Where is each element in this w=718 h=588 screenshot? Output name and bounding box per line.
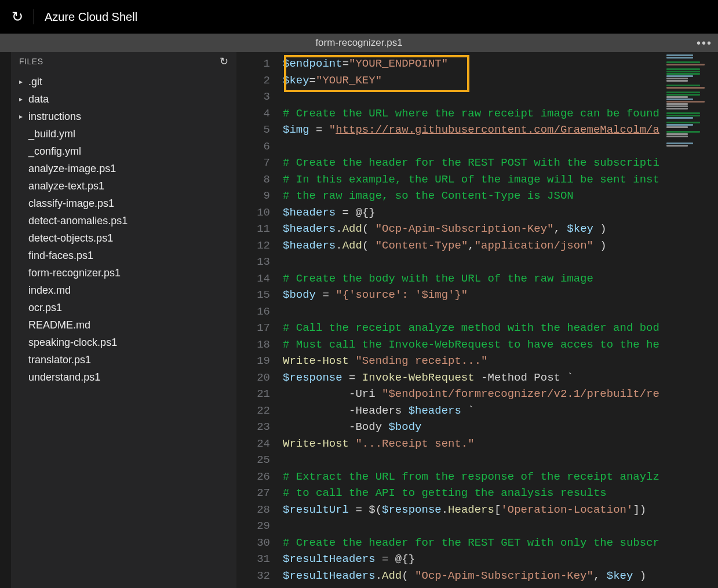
code-line[interactable]: # Call the receipt analyze method with t… (283, 320, 718, 337)
code-line[interactable]: # to call the API to getting the analysi… (283, 485, 718, 502)
code-editor[interactable]: 1234567891011121314151617181920212223242… (236, 52, 718, 588)
file-index-md[interactable]: index.md (11, 282, 236, 299)
code-line[interactable]: # the raw image, so the Content-Type is … (283, 188, 718, 204)
tree-item-label: understand.ps1 (28, 371, 100, 384)
code-line[interactable]: # Create the body with the URL of the ra… (283, 271, 718, 287)
code-line[interactable]: -Body $body (283, 419, 718, 436)
tree-item-label: detect-objects.ps1 (28, 232, 113, 244)
line-number: 27 (236, 485, 270, 502)
tree-item-label: ocr.ps1 (28, 302, 62, 314)
tree-item-label: _build.yml (28, 128, 75, 140)
code-line[interactable]: $headers.Add( "Ocp-Apim-Subscription-Key… (283, 221, 718, 238)
activity-bar (0, 52, 11, 588)
file-analyze-image-ps1[interactable]: analyze-image.ps1 (11, 160, 236, 177)
code-line[interactable]: Write-Host "Sending receipt..." (283, 353, 718, 370)
line-number: 5 (236, 122, 270, 138)
file-readme-md[interactable]: README.md (11, 316, 236, 334)
code-line[interactable]: $response = Invoke-WebRequest -Method Po… (283, 370, 718, 386)
code-line[interactable] (283, 304, 718, 320)
app-title: Azure Cloud Shell (45, 10, 137, 24)
code-line[interactable]: # Extract the URL from the response of t… (283, 469, 718, 485)
line-number: 31 (236, 551, 270, 568)
line-number: 6 (236, 138, 270, 155)
line-number: 28 (236, 502, 270, 518)
line-number: 21 (236, 386, 270, 403)
code-line[interactable]: $headers = @{} (283, 204, 718, 221)
folder-data[interactable]: ▸data (11, 90, 236, 108)
file--build-yml[interactable]: _build.yml (11, 125, 236, 143)
folder--git[interactable]: ▸.git (11, 73, 236, 90)
line-number: 14 (236, 271, 270, 287)
code-line[interactable]: # Must call the Invoke-WebRequest to hav… (283, 337, 718, 353)
file-classify-image-ps1[interactable]: classify-image.ps1 (11, 195, 236, 212)
code-line[interactable]: $img = "https://raw.githubusercontent.co… (283, 122, 718, 138)
line-number: 4 (236, 105, 270, 122)
file-ocr-ps1[interactable]: ocr.ps1 (11, 299, 236, 316)
file-translator-ps1[interactable]: translator.ps1 (11, 351, 236, 368)
main: FILES ↻ ▸.git▸data▸instructions_build.ym… (0, 52, 718, 588)
line-number: 26 (236, 469, 270, 485)
tab-filename[interactable]: form-recognizer.ps1 (315, 37, 402, 49)
code-line[interactable]: $key="YOUR_KEY" (283, 72, 718, 89)
code-line[interactable]: # Create the header for the REST POST wi… (283, 155, 718, 171)
tree-item-label: index.md (28, 284, 71, 297)
code-line[interactable]: $resultUrl = $($response.Headers['Operat… (283, 502, 718, 518)
code-line[interactable]: # Create the URL where the raw receipt i… (283, 105, 718, 122)
line-gutter: 1234567891011121314151617181920212223242… (236, 52, 283, 588)
code-line[interactable] (283, 254, 718, 271)
tree-item-label: translator.ps1 (28, 354, 91, 366)
tree-item-label: speaking-clock.ps1 (28, 337, 117, 349)
code-line[interactable]: # Create the header for the REST GET wit… (283, 535, 718, 552)
line-number: 18 (236, 337, 270, 353)
more-icon[interactable]: ••• (697, 36, 712, 50)
minimap[interactable] (663, 52, 718, 588)
code-line[interactable]: $resultHeaders = @{} (283, 551, 718, 568)
code-line[interactable]: -Uri "$endpoint/formrecognizer/v2.1/preb… (283, 386, 718, 403)
line-number: 29 (236, 518, 270, 535)
file-detect-objects-ps1[interactable]: detect-objects.ps1 (11, 229, 236, 247)
tree-item-label: README.md (28, 319, 90, 331)
file-analyze-text-ps1[interactable]: analyze-text.ps1 (11, 177, 236, 195)
file-detect-anomalies-ps1[interactable]: detect-anomalies.ps1 (11, 212, 236, 229)
code-area[interactable]: $endpoint="YOUR_ENDPOINT"$key="YOUR_KEY"… (283, 52, 718, 588)
chevron-right-icon: ▸ (19, 112, 25, 120)
code-line[interactable] (283, 138, 718, 155)
tree-item-label: find-faces.ps1 (28, 250, 93, 262)
line-number: 13 (236, 254, 270, 271)
line-number: 8 (236, 171, 270, 188)
line-number: 22 (236, 403, 270, 419)
file-understand-ps1[interactable]: understand.ps1 (11, 368, 236, 386)
line-number: 17 (236, 320, 270, 337)
refresh-icon[interactable]: ↻ (220, 55, 229, 68)
code-line[interactable] (283, 452, 718, 469)
code-line[interactable]: $resultHeaders.Add( "Ocp-Apim-Subscripti… (283, 568, 718, 585)
code-line[interactable]: $headers.Add( "Content-Type","applicatio… (283, 238, 718, 254)
tree-item-label: data (28, 93, 49, 105)
chevron-right-icon: ▸ (19, 78, 25, 86)
code-line[interactable]: $body = "{'source': '$img'}" (283, 287, 718, 304)
file-form-recognizer-ps1[interactable]: form-recognizer.ps1 (11, 264, 236, 282)
code-line[interactable]: $endpoint="YOUR_ENDPOINT" (283, 56, 718, 72)
files-label: FILES (19, 57, 43, 66)
line-number: 25 (236, 452, 270, 469)
file-find-faces-ps1[interactable]: find-faces.ps1 (11, 247, 236, 264)
file--config-yml[interactable]: _config.yml (11, 143, 236, 160)
code-line[interactable]: Write-Host "...Receipt sent." (283, 436, 718, 452)
files-header: FILES ↻ (11, 52, 236, 71)
tree-item-label: instructions (28, 111, 81, 123)
reload-icon[interactable]: ↻ (12, 9, 23, 25)
divider (34, 9, 34, 24)
chevron-right-icon: ▸ (19, 95, 25, 103)
code-line[interactable]: # In this example, the URL of the image … (283, 171, 718, 188)
folder-instructions[interactable]: ▸instructions (11, 108, 236, 125)
line-number: 9 (236, 188, 270, 204)
tree-item-label: detect-anomalies.ps1 (28, 215, 127, 227)
code-line[interactable] (283, 518, 718, 535)
tree-item-label: classify-image.ps1 (28, 198, 114, 210)
file-speaking-clock-ps1[interactable]: speaking-clock.ps1 (11, 334, 236, 351)
line-number: 20 (236, 370, 270, 386)
line-number: 23 (236, 419, 270, 436)
code-line[interactable]: -Headers $headers ` (283, 403, 718, 419)
tree-item-label: analyze-text.ps1 (28, 180, 104, 192)
code-line[interactable] (283, 89, 718, 105)
